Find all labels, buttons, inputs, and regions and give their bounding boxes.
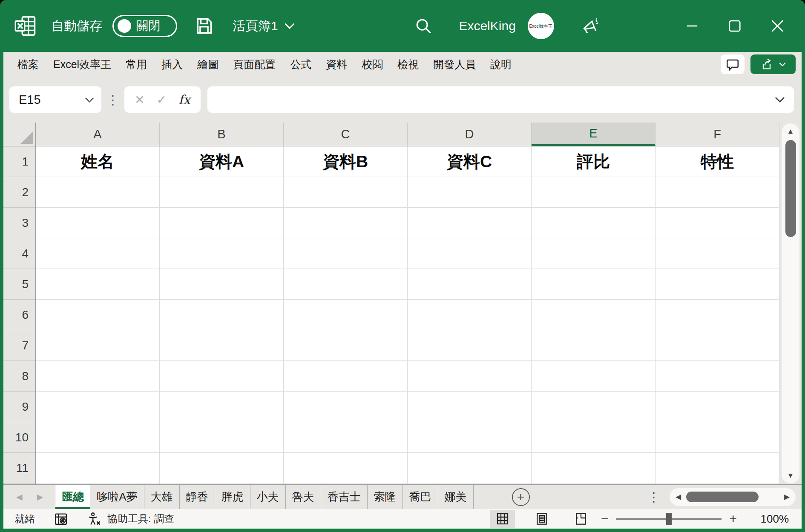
zoom-slider[interactable] — [616, 518, 722, 520]
minimize-button[interactable] — [677, 13, 707, 39]
view-page-break-button[interactable] — [569, 510, 593, 528]
row-header-7[interactable]: 7 — [3, 330, 35, 361]
menu-tab-excelking[interactable]: Excel效率王 — [46, 57, 118, 72]
sheet-tab-xiangjishi[interactable]: 香吉士 — [321, 485, 368, 509]
row-header-5[interactable]: 5 — [3, 269, 35, 300]
title-bar: 自動儲存 關閉 活頁簿1 ExcelKing Excel效率王 — [0, 0, 805, 52]
new-sheet-button[interactable]: + — [512, 488, 530, 506]
menu-tab-draw[interactable]: 繪圖 — [190, 57, 226, 72]
cell-d1[interactable]: 資料C — [408, 146, 532, 177]
menu-tab-data[interactable]: 資料 — [319, 57, 354, 72]
formula-bar-drag-handle[interactable]: ⋮ — [106, 92, 119, 107]
row-header-6[interactable]: 6 — [3, 300, 35, 330]
row-header-1[interactable]: 1 — [3, 146, 35, 177]
column-header-c[interactable]: C — [284, 123, 408, 146]
cancel-icon[interactable]: ✕ — [135, 93, 144, 107]
cell-b1[interactable]: 資料A — [160, 146, 284, 177]
enter-icon[interactable]: ✓ — [156, 93, 166, 107]
search-icon[interactable] — [414, 16, 433, 36]
share-button[interactable] — [750, 54, 796, 74]
column-header-a[interactable]: A — [36, 123, 160, 146]
megaphone-icon[interactable] — [581, 16, 601, 36]
autosave-state-label: 關閉 — [136, 18, 160, 34]
column-header-d[interactable]: D — [408, 123, 532, 146]
sheet-tab-qiaoba[interactable]: 喬巴 — [403, 485, 438, 509]
comment-icon — [725, 57, 740, 72]
cell-c1[interactable]: 資料B — [284, 146, 408, 177]
cell-a1[interactable]: 姓名 — [36, 146, 160, 177]
row-header-3[interactable]: 3 — [3, 208, 35, 238]
row-header-8[interactable]: 8 — [3, 361, 35, 392]
workbook-title[interactable]: 活頁簿1 — [233, 17, 295, 35]
row-header-9[interactable]: 9 — [3, 392, 35, 422]
scroll-left-icon[interactable]: ◀ — [676, 492, 681, 501]
toggle-knob-icon — [118, 19, 131, 33]
worksheet-area: A B C D E F 1 2 3 4 5 6 7 — [3, 123, 802, 484]
sheet-nav-left-icon[interactable]: ◀ — [16, 492, 23, 502]
maximize-button[interactable] — [720, 13, 750, 39]
scroll-down-icon[interactable]: ▼ — [787, 472, 794, 479]
sheet-nav-right-icon[interactable]: ▶ — [37, 492, 43, 502]
formula-input[interactable] — [207, 86, 794, 113]
horizontal-scrollbar-thumb[interactable] — [686, 492, 759, 502]
comments-button[interactable] — [721, 54, 745, 74]
accessibility-label[interactable]: 協助工具: 調查 — [107, 512, 174, 526]
vertical-scrollbar-thumb[interactable] — [785, 140, 796, 237]
tabbar-overflow-icon[interactable]: ⋮ — [647, 489, 660, 504]
save-icon[interactable] — [194, 16, 214, 36]
zoom-out-button[interactable]: − — [601, 512, 609, 526]
row-header-2[interactable]: 2 — [3, 177, 35, 208]
cell-e1[interactable]: 評比 — [532, 146, 656, 177]
menu-tab-help[interactable]: 說明 — [483, 57, 519, 72]
sheet-tab-xiaofu[interactable]: 小夫 — [250, 485, 286, 509]
menu-tab-view[interactable]: 檢視 — [390, 57, 426, 72]
cells-area[interactable]: 姓名 資料A 資料B 資料C 評比 特性 — [36, 146, 779, 484]
row-header-10[interactable]: 10 — [3, 422, 35, 453]
menu-tab-developer[interactable]: 開發人員 — [426, 57, 483, 72]
sheet-tab-doraemon[interactable]: 哆啦A夢 — [90, 485, 144, 509]
sheet-tab-daxiong[interactable]: 大雄 — [144, 485, 180, 509]
vertical-scrollbar[interactable]: ▲ ▼ — [779, 123, 802, 484]
zoom-in-button[interactable]: + — [729, 512, 737, 526]
share-chevron-icon — [779, 62, 786, 67]
row-header-11[interactable]: 11 — [3, 453, 35, 483]
menu-tab-page-layout[interactable]: 頁面配置 — [226, 57, 283, 72]
scroll-right-icon[interactable]: ▶ — [784, 492, 790, 501]
menu-tab-file[interactable]: 檔案 — [10, 57, 46, 72]
accessibility-icon[interactable] — [87, 512, 101, 526]
user-name[interactable]: ExcelKing — [459, 19, 515, 33]
close-button[interactable] — [762, 13, 792, 39]
header-data-row: 姓名 資料A 資料B 資料C 評比 特性 — [36, 146, 779, 177]
avatar[interactable]: Excel效率王 — [528, 13, 554, 39]
sheet-tab-huizong[interactable]: 匯總 — [55, 485, 90, 509]
sheet-tab-suolong[interactable]: 索隆 — [368, 485, 403, 509]
zoom-slider-thumb[interactable] — [666, 513, 672, 525]
vertical-scrollbar-track[interactable]: ▲ ▼ — [782, 123, 799, 483]
row-header-column: 1 2 3 4 5 6 7 8 9 10 11 — [3, 146, 36, 484]
view-page-layout-button[interactable] — [529, 510, 554, 528]
column-header-b[interactable]: B — [160, 123, 284, 146]
scroll-up-icon[interactable]: ▲ — [787, 128, 794, 135]
row-header-4[interactable]: 4 — [3, 238, 35, 269]
menu-tab-formulas[interactable]: 公式 — [283, 57, 319, 72]
sheet-tab-panghu[interactable]: 胖虎 — [215, 485, 250, 509]
name-box-value: E15 — [19, 93, 84, 107]
column-header-f[interactable]: F — [656, 123, 779, 146]
zoom-level[interactable]: 100% — [755, 512, 789, 526]
menu-tab-insert[interactable]: 插入 — [154, 57, 190, 72]
column-header-e-selected[interactable]: E — [532, 123, 656, 146]
cell-f1[interactable]: 特性 — [656, 146, 779, 177]
autosave-toggle[interactable]: 關閉 — [112, 15, 177, 37]
excel-logo-icon[interactable] — [14, 15, 37, 37]
horizontal-scrollbar[interactable]: ◀ ▶ — [670, 488, 796, 506]
insert-function-icon[interactable]: fx — [178, 92, 190, 107]
sheet-tab-jingxiang[interactable]: 靜香 — [180, 485, 215, 509]
sheet-tab-lufu[interactable]: 魯夫 — [286, 485, 321, 509]
view-normal-button[interactable] — [490, 510, 515, 528]
menu-tab-home[interactable]: 常用 — [118, 57, 154, 72]
select-all-button[interactable] — [3, 123, 36, 146]
menu-tab-review[interactable]: 校閱 — [354, 57, 390, 72]
macro-record-icon[interactable] — [54, 512, 68, 526]
name-box[interactable]: E15 — [9, 86, 101, 113]
sheet-tab-namei[interactable]: 娜美 — [438, 485, 474, 509]
